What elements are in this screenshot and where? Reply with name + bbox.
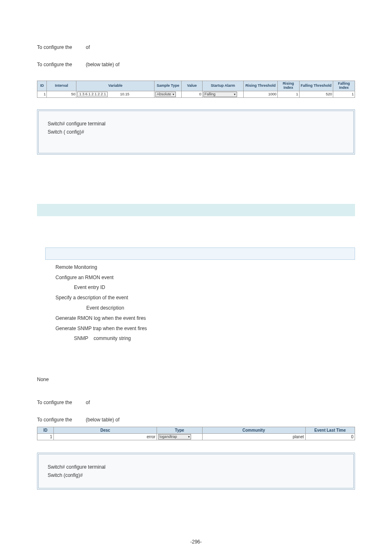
def-rmon: Remote Monitoring <box>55 264 355 271</box>
th-variable: Variable <box>76 81 154 91</box>
th-value: Value <box>182 81 203 91</box>
th-rising-index: Rising Index <box>277 81 299 91</box>
th-event-last: Event Last Time <box>305 427 355 434</box>
code-line: Switch (config)# <box>48 472 344 478</box>
th-falling-threshold: Falling Threshold <box>299 81 333 91</box>
th-sample-type: Sample Type <box>154 81 182 91</box>
def-specify: Specify a description of the event <box>55 294 355 301</box>
section-banner <box>37 204 355 226</box>
txt: To configure the <box>37 400 72 405</box>
cell-community[interactable]: planet <box>202 434 305 440</box>
configure-line-1: To configure the of <box>37 44 355 51</box>
default-section: Default None <box>37 367 355 382</box>
txt: To configure the <box>37 44 72 50</box>
def-entryid: Event entry ID <box>55 284 355 291</box>
def-genlog: Generate RMON log when the event fires <box>55 315 355 322</box>
cell-type[interactable]: logandtrap <box>157 434 202 440</box>
spec-header-bar <box>45 247 355 260</box>
cell-id: 1 <box>37 434 54 440</box>
txt: of <box>86 44 90 50</box>
cell-event-last: 0 <box>305 434 355 440</box>
variable-input-b[interactable]: 10.15 <box>120 92 129 96</box>
configure-line-4: To configure the (below table) of <box>37 416 355 423</box>
code-line-blank <box>48 137 344 143</box>
event-row: 1 error logandtrap planet 0 <box>37 434 355 440</box>
th-desc: Desc <box>54 427 157 434</box>
cell-interval[interactable]: 50 <box>47 91 76 97</box>
def-gentrap: Generate SNMP trap when the event fires <box>55 325 355 332</box>
txt: of <box>86 400 90 405</box>
txt: To configure the <box>37 417 72 423</box>
txt: SNMP <box>74 335 88 341</box>
code-line: Switch# configure terminal <box>48 121 344 127</box>
cell-sample-type[interactable]: Absolute <box>154 91 182 97</box>
def-eventdesc: Event description <box>55 305 355 312</box>
cell-rising-thr[interactable]: 1000 <box>244 91 277 97</box>
sample-type-select[interactable]: Absolute <box>155 92 175 97</box>
txt: community string <box>94 335 131 341</box>
variable-input-a[interactable]: .1.3.6.1.2.1.2.2.1. <box>77 92 108 97</box>
default-value: None <box>37 377 355 382</box>
cell-startup[interactable]: Falling <box>202 91 243 97</box>
code-box-1: Switch# configure terminal Switch ( conf… <box>37 109 355 155</box>
definition-list: Remote Monitoring Configure an RMON even… <box>55 264 355 342</box>
def-configure: Configure an RMON event <box>55 274 355 281</box>
page-number: -296- <box>0 539 392 545</box>
code-line: Switch ( config)# <box>48 129 344 135</box>
th-rising-threshold: Rising Threshold <box>244 81 277 91</box>
th-type: Type <box>157 427 202 434</box>
code-box-2: Switch# configure terminal Switch (confi… <box>37 453 355 490</box>
code-line: Switch# configure terminal <box>48 464 344 470</box>
configure-line-2: To configure the (below table) of <box>37 61 355 68</box>
def-snmp: SNMP community string <box>55 335 355 342</box>
th-id: ID <box>37 427 54 434</box>
cell-id: 1 <box>37 91 47 97</box>
txt: (below table) of <box>86 417 120 423</box>
type-select[interactable]: logandtrap <box>158 434 191 439</box>
th-startup-alarm: Startup Alarm <box>202 81 243 91</box>
cell-value: 0 <box>182 91 203 97</box>
alarm-table: ID Interval Variable Sample Type Value S… <box>37 81 355 98</box>
th-community: Community <box>202 427 305 434</box>
cell-falling-idx[interactable]: 1 <box>333 91 355 97</box>
txt: (below table) of <box>86 62 120 67</box>
cell-rising-idx[interactable]: 1 <box>277 91 299 97</box>
txt: To configure the <box>37 62 72 67</box>
cell-falling-thr[interactable]: 520 <box>299 91 333 97</box>
startup-select[interactable]: Falling <box>203 92 237 97</box>
alarm-row: 1 50 .1.3.6.1.2.1.2.2.1. 10.15 Absolute … <box>37 91 355 97</box>
cell-variable[interactable]: .1.3.6.1.2.1.2.2.1. 10.15 <box>76 91 154 97</box>
configure-line-3: To configure the of <box>37 399 355 406</box>
event-table: ID Desc Type Community Event Last Time 1… <box>37 427 355 440</box>
th-falling-index: Falling Index <box>333 81 355 91</box>
th-interval: Interval <box>47 81 76 91</box>
th-id: ID <box>37 81 47 91</box>
cell-desc[interactable]: error <box>54 434 157 440</box>
